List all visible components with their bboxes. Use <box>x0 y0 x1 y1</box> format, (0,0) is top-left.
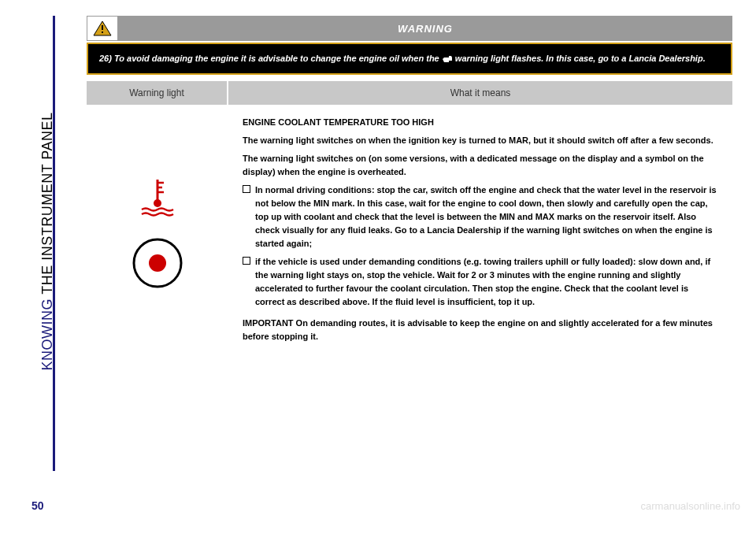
warning-header: WARNING <box>87 16 732 41</box>
svg-point-5 <box>149 254 166 272</box>
warning-text-2: warning light flashes. In this case, go … <box>455 54 706 63</box>
bullet-text-2: if the vehicle is used under demanding c… <box>255 255 718 309</box>
col-header-warning-light: Warning light <box>87 81 228 105</box>
table-row: ENGINE COOLANT TEMPERATURE TOO HIGH The … <box>87 105 732 360</box>
warning-text-1: 26) To avoid damaging the engine it is a… <box>99 54 442 63</box>
bullet-item: if the vehicle is used under demanding c… <box>243 255 718 309</box>
red-indicator-icon <box>131 236 184 290</box>
sidebar-rule: KNOWING THE INSTRUMENT PANEL <box>32 16 55 471</box>
warning-callout: 26) To avoid damaging the engine it is a… <box>87 43 732 75</box>
col-header-meaning: What it means <box>228 81 732 105</box>
warning-icon-box <box>87 16 118 41</box>
section-title: KNOWING THE INSTRUMENT PANEL <box>39 56 56 371</box>
section-title-rest: THE INSTRUMENT PANEL <box>39 112 55 299</box>
warning-light-cell <box>87 105 228 360</box>
coolant-temperature-icon <box>134 173 181 221</box>
oil-can-icon <box>442 54 453 64</box>
important-note: IMPORTANT On demanding routes, it is adv… <box>243 317 718 343</box>
square-bullet-icon <box>243 185 250 193</box>
meaning-cell: ENGINE COOLANT TEMPERATURE TOO HIGH The … <box>228 105 732 360</box>
section-title-prefix: KNOWING <box>39 299 55 371</box>
page-number: 50 <box>32 499 44 512</box>
warning-title: WARNING <box>118 23 732 35</box>
svg-point-3 <box>154 199 161 207</box>
bullet-item: In normal driving conditions: stop the c… <box>243 184 718 250</box>
meaning-p2: The warning light switches on (on some v… <box>243 152 718 179</box>
warning-triangle-icon <box>93 20 112 36</box>
meaning-p1: The warning light switches on when the i… <box>243 134 718 147</box>
svg-rect-2 <box>102 32 103 33</box>
page-content: WARNING 26) To avoid damaging the engine… <box>87 16 732 359</box>
warning-table: Warning light What it means ENGINE COOLA… <box>87 81 732 360</box>
svg-rect-1 <box>102 25 103 30</box>
table-header: Warning light What it means <box>87 81 732 105</box>
square-bullet-icon <box>243 257 250 265</box>
meaning-title: ENGINE COOLANT TEMPERATURE TOO HIGH <box>243 116 718 129</box>
bullet-text-1: In normal driving conditions: stop the c… <box>255 184 718 250</box>
watermark: carmanualsonline.info <box>641 500 740 512</box>
